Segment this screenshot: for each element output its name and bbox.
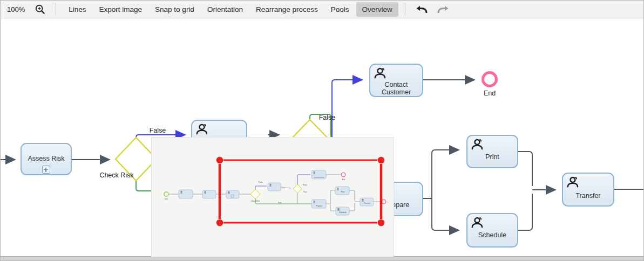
svg-text:False: False bbox=[303, 184, 307, 186]
task-schedule[interactable]: Schedule bbox=[466, 213, 518, 248]
edge-check-risk-true-green bbox=[136, 181, 153, 191]
task-label: Contact Customer bbox=[370, 81, 422, 96]
minimap-viewport[interactable] bbox=[216, 157, 385, 226]
toolbar-separator bbox=[405, 3, 405, 15]
process-designer-window: 100% Lines Export image Snap to grid Ori… bbox=[0, 0, 644, 261]
svg-text:True: True bbox=[278, 202, 282, 204]
svg-text:start: start bbox=[165, 198, 168, 200]
task-print[interactable]: Print bbox=[466, 135, 518, 168]
edge-split-to-print bbox=[432, 150, 459, 198]
mini-task bbox=[202, 190, 216, 198]
task-assess-risk[interactable]: Assess Risk bbox=[21, 143, 72, 175]
toolbar-button-overview[interactable]: Overview bbox=[356, 2, 398, 17]
end-event-label: End bbox=[479, 90, 500, 97]
user-task-icon bbox=[471, 138, 485, 151]
zoom-in-icon[interactable] bbox=[31, 3, 49, 16]
overview-minimap-panel[interactable]: start bbox=[152, 138, 394, 257]
edge-print-merge bbox=[518, 152, 532, 186]
toolbar-button-export-image[interactable]: Export image bbox=[93, 2, 148, 17]
mini-task bbox=[179, 190, 193, 198]
toolbar-button-lines[interactable]: Lines bbox=[63, 2, 92, 17]
subprocess-expand-icon[interactable] bbox=[42, 166, 50, 174]
edge-gateway2-false-blue bbox=[332, 80, 362, 138]
task-contact-customer[interactable]: Contact Customer bbox=[369, 64, 423, 97]
mini-start-event bbox=[164, 192, 168, 196]
toolbar-button-orientation[interactable]: Orientation bbox=[201, 2, 249, 17]
mini-end-event-1 bbox=[341, 173, 345, 177]
task-transfer[interactable]: Transfer bbox=[562, 173, 614, 207]
svg-text:End: End bbox=[342, 178, 345, 181]
svg-text:Schedule: Schedule bbox=[339, 211, 347, 214]
toolbar-button-snap-to-grid[interactable]: Snap to grid bbox=[149, 2, 200, 17]
gateway-label-check-risk: Check Risk bbox=[99, 171, 134, 179]
minimap-content: start bbox=[152, 138, 394, 257]
flow-label-false-2: False bbox=[316, 114, 338, 121]
redo-icon[interactable] bbox=[433, 3, 453, 16]
toolbar: 100% Lines Export image Snap to grid Ori… bbox=[1, 1, 643, 18]
task-label: Transfer bbox=[563, 192, 613, 200]
svg-text:Check Risk: Check Risk bbox=[251, 200, 260, 202]
svg-text:Prepare: Prepare bbox=[316, 205, 322, 207]
user-task-icon bbox=[471, 216, 485, 229]
toolbar-button-rearrange-process[interactable]: Rearrange process bbox=[250, 2, 324, 17]
svg-text:Transfer: Transfer bbox=[364, 202, 371, 204]
viewport-handle-bottom-left[interactable] bbox=[216, 219, 223, 226]
horizontal-scrollbar[interactable] bbox=[1, 256, 643, 260]
mini-end-event-2 bbox=[382, 200, 386, 204]
diagram-canvas[interactable]: Assess Risk Contact Customer Prepare Pri… bbox=[1, 18, 643, 257]
mini-task bbox=[268, 183, 281, 191]
user-task-icon bbox=[195, 123, 209, 136]
svg-text:False: False bbox=[259, 181, 263, 183]
viewport-handle-top-left[interactable] bbox=[216, 157, 223, 164]
task-label: Assess Risk bbox=[22, 155, 71, 162]
user-task-icon bbox=[566, 176, 580, 189]
user-task-icon bbox=[374, 67, 388, 80]
mini-gateway-check-risk bbox=[250, 189, 260, 199]
mini-gateway-2 bbox=[293, 184, 302, 193]
edge-split-to-schedule bbox=[432, 198, 459, 230]
svg-text:Contact Customer: Contact Customer bbox=[314, 177, 324, 178]
flow-label-false-1: False bbox=[147, 127, 168, 134]
edge-schedule-merge bbox=[518, 194, 532, 230]
task-label: Print bbox=[467, 153, 517, 161]
end-event[interactable] bbox=[482, 71, 498, 87]
toolbar-separator bbox=[56, 3, 56, 15]
svg-text:True: True bbox=[303, 191, 307, 193]
viewport-handle-top-right[interactable] bbox=[378, 157, 385, 164]
undo-icon[interactable] bbox=[412, 3, 432, 16]
task-label: Schedule bbox=[467, 231, 517, 239]
viewport-handle-bottom-right[interactable] bbox=[378, 219, 385, 226]
toolbar-button-pools[interactable]: Pools bbox=[325, 2, 355, 17]
svg-text:Print: Print bbox=[341, 191, 345, 193]
zoom-level-readout: 100% bbox=[7, 5, 25, 13]
